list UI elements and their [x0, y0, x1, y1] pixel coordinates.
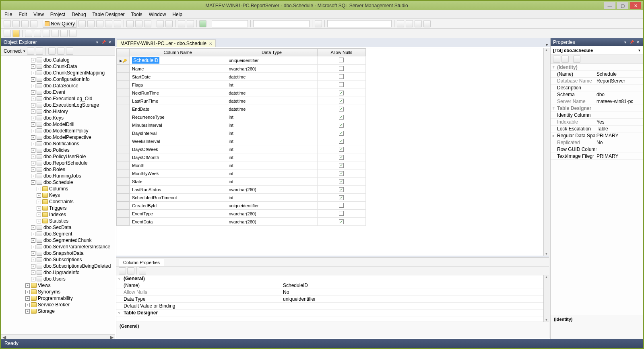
- table-dbo-ExecutionLogStorage[interactable]: +dbo.ExecutionLogStorage: [1, 102, 115, 108]
- cp-row[interactable]: Allow NullsNo: [116, 289, 549, 296]
- nav-fwd-icon[interactable]: [187, 20, 194, 27]
- expand-icon[interactable]: +: [31, 58, 35, 62]
- tab-close-icon[interactable]: ✕: [209, 41, 212, 46]
- expand-icon[interactable]: +: [37, 219, 41, 223]
- allow-nulls-checkbox[interactable]: [339, 58, 344, 62]
- as-query-icon[interactable]: [87, 20, 95, 27]
- expand-icon[interactable]: +: [37, 193, 41, 198]
- column-row[interactable]: EventDatanvarchar(260)✓: [117, 218, 366, 226]
- allow-nulls-checkbox[interactable]: ✓: [339, 91, 344, 95]
- menu-edit[interactable]: Edit: [19, 12, 27, 17]
- column-row[interactable]: NextRunTimedatetime✓: [117, 89, 366, 97]
- column-type-cell[interactable]: int: [226, 137, 318, 145]
- save-icon[interactable]: [30, 20, 37, 27]
- column-name-cell[interactable]: ScheduledRunTimeout: [130, 194, 226, 202]
- prop-row[interactable]: Server Namemateev-win81-pc: [551, 98, 643, 105]
- column-row[interactable]: MinutesIntervalint✓: [117, 121, 366, 129]
- tab-schedule[interactable]: MATEEV-WIN81-PC...er - dbo.Schedule ✕: [117, 39, 216, 47]
- table-dbo-SnapshotData[interactable]: +dbo.SnapshotData: [1, 250, 115, 256]
- column-type-cell[interactable]: int: [226, 194, 318, 202]
- mdx-query-icon[interactable]: [96, 20, 103, 27]
- table-dbo-Policies[interactable]: +dbo.Policies: [1, 147, 115, 153]
- expand-icon[interactable]: +: [31, 271, 35, 275]
- allow-nulls-checkbox[interactable]: ✓: [339, 131, 344, 136]
- cp-row[interactable]: Default Value or Binding: [116, 303, 549, 310]
- column-name-cell[interactable]: LastRunStatus: [130, 186, 226, 194]
- prop-page-icon[interactable]: [573, 56, 580, 63]
- prop-value[interactable]: dbo: [597, 92, 643, 97]
- column-name-cell[interactable]: Month: [130, 161, 226, 169]
- table-dbo-SegmentedChunk[interactable]: +dbo.SegmentedChunk: [1, 237, 115, 244]
- expand-icon[interactable]: +: [31, 129, 35, 133]
- menu-window[interactable]: Window: [149, 12, 166, 17]
- stop-icon[interactable]: [36, 47, 43, 55]
- expand-icon[interactable]: ▸: [551, 134, 556, 138]
- column-name-cell[interactable]: DaysInterval: [130, 129, 226, 137]
- object-explorer-tree[interactable]: +dbo.Catalog+dbo.ChunkData+dbo.ChunkSegm…: [1, 56, 115, 334]
- allow-nulls-checkbox[interactable]: [339, 74, 344, 79]
- categorized-icon[interactable]: [119, 267, 126, 275]
- open-icon[interactable]: [12, 20, 20, 27]
- prop-row[interactable]: ReplicatedNo: [551, 139, 643, 146]
- grid-scrollbar[interactable]: [543, 48, 549, 256]
- table-dbo-Event[interactable]: +dbo.Event: [1, 89, 115, 95]
- column-row[interactable]: Stateint✓: [117, 178, 366, 186]
- prop-row[interactable]: Identity Column: [551, 112, 643, 119]
- new-project-icon[interactable]: [4, 20, 11, 27]
- column-row[interactable]: DaysIntervalint✓: [117, 129, 366, 137]
- folder-synonyms[interactable]: +Synonyms: [1, 289, 115, 295]
- horizontal-scrollbar[interactable]: ◀▶: [1, 334, 115, 339]
- cp-row[interactable]: (Name)ScheduleID: [116, 282, 549, 289]
- column-name-cell[interactable]: RecurrenceType: [130, 113, 226, 121]
- column-row[interactable]: EventTypenvarchar(260): [117, 210, 366, 218]
- column-row[interactable]: EndDatedatetime✓: [117, 105, 366, 113]
- check-icon[interactable]: [43, 30, 50, 37]
- expand-icon[interactable]: +: [25, 296, 30, 301]
- column-type-cell[interactable]: datetime: [226, 97, 318, 105]
- tool-icon-3[interactable]: [415, 20, 422, 27]
- allow-nulls-checkbox[interactable]: ✓: [339, 171, 344, 176]
- expand-icon[interactable]: +: [31, 264, 35, 268]
- table-dbo-ModelItemPolicy[interactable]: +dbo.ModelItemPolicy: [1, 128, 115, 134]
- folder-indexes[interactable]: +Indexes: [1, 211, 115, 218]
- prop-value[interactable]: Schedule: [597, 71, 643, 77]
- indexes-icon[interactable]: [34, 30, 41, 37]
- column-properties-grid[interactable]: ▿(General)(Name)ScheduleIDAllow NullsNoD…: [116, 275, 549, 322]
- prop-value[interactable]: Table: [597, 126, 643, 132]
- fulltext-icon[interactable]: [52, 30, 59, 37]
- allow-nulls-checkbox[interactable]: [339, 82, 344, 87]
- folder-triggers[interactable]: +Triggers: [1, 205, 115, 211]
- expand-icon[interactable]: +: [31, 258, 35, 262]
- tab-dropdown-icon[interactable]: ▾: [546, 43, 548, 47]
- table-dbo-Catalog[interactable]: +dbo.Catalog: [1, 57, 115, 63]
- column-type-cell[interactable]: int: [226, 169, 318, 178]
- column-grid[interactable]: Column NameData TypeAllow Nulls▶🔑Schedul…: [116, 48, 549, 256]
- prop-row[interactable]: ▿(Identity): [551, 64, 643, 71]
- column-type-cell[interactable]: int: [226, 121, 318, 129]
- prop-value[interactable]: ReportServer: [597, 78, 643, 84]
- table-dbo-ChunkSegmentMapping[interactable]: +dbo.ChunkSegmentMapping: [1, 70, 115, 76]
- column-row[interactable]: LastRunStatusnvarchar(260)✓: [117, 186, 366, 194]
- column-type-cell[interactable]: int: [226, 81, 318, 89]
- tool-icon-4[interactable]: [423, 20, 431, 27]
- table-dbo-ExecutionLog_Old[interactable]: +dbo.ExecutionLog_Old: [1, 95, 115, 102]
- allow-nulls-checkbox[interactable]: ✓: [339, 107, 344, 112]
- column-type-cell[interactable]: int: [226, 129, 318, 137]
- col-header-name[interactable]: Column Name: [130, 49, 226, 56]
- cp-row[interactable]: Data Typeuniqueidentifier: [116, 296, 549, 303]
- expand-icon[interactable]: +: [31, 84, 35, 88]
- new-query-button[interactable]: New Query: [43, 20, 77, 28]
- prop-value[interactable]: PRIMARY: [597, 153, 643, 159]
- column-type-cell[interactable]: int: [226, 161, 318, 169]
- column-name-cell[interactable]: WeeksInterval: [130, 137, 226, 145]
- allow-nulls-checkbox[interactable]: [339, 211, 344, 216]
- help-icon[interactable]: [12, 30, 20, 37]
- relationships-icon[interactable]: [25, 30, 32, 37]
- prop-value[interactable]: mateev-win81-pc: [597, 99, 643, 104]
- prop-row[interactable]: ▸Regular Data SpacPRIMARY: [551, 132, 643, 139]
- redo-icon[interactable]: [165, 20, 173, 27]
- expand-icon[interactable]: +: [31, 103, 35, 107]
- properties-grid[interactable]: ▿(Identity)(Name)ScheduleDatabase NameRe…: [551, 64, 643, 315]
- folder-statistics[interactable]: +Statistics: [1, 218, 115, 224]
- folder-views[interactable]: +Views: [1, 282, 115, 289]
